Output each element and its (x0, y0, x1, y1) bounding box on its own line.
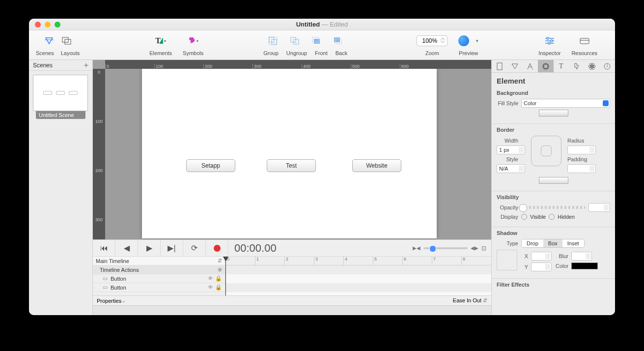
tb-ungroup-label: Ungroup (286, 50, 307, 56)
shadow-type-segment[interactable]: Drop Box Inset (521, 239, 585, 248)
symbols-icon[interactable]: ▾ (188, 35, 198, 46)
shadow-color-swatch[interactable] (571, 263, 598, 269)
timeline-dropdown-icon[interactable]: ⇵ (218, 258, 222, 264)
border-style-select[interactable]: N/A (497, 164, 525, 173)
canvas-viewport[interactable]: Setapp Test Website (105, 69, 491, 239)
stage-button-test[interactable]: Test (267, 159, 316, 172)
play-button[interactable]: ▶ (138, 240, 161, 257)
shadow-inset[interactable]: Inset (562, 239, 584, 247)
visibility-icon[interactable]: 👁 (208, 275, 213, 282)
center-stage-area: 0100200300400500600 0100200300 Setapp Te… (93, 60, 491, 315)
scene-item[interactable]: Untitled Scene (29, 71, 92, 123)
shadow-color-label: Color (556, 263, 568, 269)
shadow-y-input[interactable] (531, 263, 552, 271)
ungroup-icon[interactable] (289, 35, 300, 46)
timeline-tracks[interactable]: 012345678 (225, 257, 491, 295)
timeline-name: Main Timeline (96, 258, 129, 264)
timeline-ruler: 012345678 (225, 257, 491, 265)
record-button[interactable] (206, 240, 228, 257)
tb-scenes-layouts: Scenes Layouts (36, 33, 80, 56)
skip-back-button[interactable]: ⏮ (93, 240, 115, 257)
tb-arrange: Group Ungroup Front Back (263, 33, 347, 56)
zoom-in-icon[interactable]: ◀▶ (471, 245, 478, 251)
tab-document-icon[interactable] (492, 60, 507, 72)
timeline-name-row[interactable]: Main Timeline ⇵ (93, 257, 225, 265)
tab-metrics-icon[interactable] (523, 60, 538, 72)
svg-point-24 (591, 65, 593, 67)
border-width-label: Width (497, 138, 518, 144)
tab-actions-icon[interactable] (569, 60, 584, 72)
opacity-slider[interactable] (521, 206, 586, 209)
playhead[interactable] (225, 257, 226, 295)
background-color-swatch[interactable] (539, 110, 568, 117)
display-hidden-radio[interactable] (549, 214, 555, 220)
border-color-swatch[interactable] (539, 177, 568, 184)
border-width-input[interactable]: 1 px (497, 146, 525, 154)
zoom-select[interactable]: 100% (417, 35, 448, 46)
preview-button[interactable] (458, 35, 469, 46)
stage-button-website[interactable]: Website (352, 159, 401, 172)
svg-point-29 (607, 66, 608, 67)
svg-rect-19 (580, 38, 589, 44)
shadow-x-input[interactable] (531, 252, 552, 261)
easing-select[interactable]: Ease In Out ⇵ (453, 297, 487, 304)
stage[interactable]: Setapp Test Website (142, 69, 437, 238)
add-scene-button[interactable]: + (84, 62, 88, 68)
tb-layouts-label: Layouts (61, 50, 80, 56)
shadow-x-label: X (521, 253, 528, 259)
canvas: 0100200300400500600 0100200300 Setapp Te… (93, 60, 491, 239)
tab-physics-icon[interactable] (584, 60, 599, 72)
step-back-button[interactable]: ◀ (115, 240, 138, 257)
timeline-actions-row[interactable]: Timeline Actions ⊕ (93, 265, 225, 274)
background-label: Background (497, 90, 610, 96)
visibility-label: Visibility (497, 194, 610, 200)
inspector-title: Element (492, 73, 615, 87)
timeline-item-2[interactable]: ▭ Button 👁🔒 (93, 283, 225, 292)
loop-button[interactable]: ⟳ (183, 240, 206, 257)
stage-button-setapp[interactable]: Setapp (186, 159, 235, 172)
visibility-icon[interactable]: 👁 (208, 284, 213, 291)
shadow-blur-input[interactable] (571, 252, 592, 261)
resources-icon[interactable] (579, 35, 590, 46)
layouts-icon[interactable] (61, 35, 72, 46)
border-style-label: Style (497, 156, 518, 162)
button-element-icon: ▭ (103, 284, 108, 291)
back-icon[interactable] (333, 35, 343, 46)
border-padding-input[interactable] (567, 164, 596, 173)
front-icon[interactable] (311, 35, 322, 46)
shadow-blur-label: Blur (556, 253, 568, 259)
tab-scene-icon[interactable] (507, 60, 522, 72)
fill-style-select[interactable]: Color (521, 99, 610, 108)
group-icon[interactable] (268, 35, 279, 46)
elements-icon[interactable]: T ▾ (155, 35, 166, 46)
display-visible-radio[interactable] (521, 214, 527, 220)
scene-name: Untitled Scene (36, 111, 85, 119)
tab-identity-icon[interactable] (600, 60, 615, 72)
zoom-fit-icon[interactable]: ⊡ (481, 245, 486, 252)
tab-element-icon[interactable] (538, 60, 553, 72)
opacity-label: Opacity (497, 205, 518, 210)
svg-point-16 (551, 40, 553, 42)
timeline-zoom-slider[interactable] (423, 247, 468, 249)
opacity-input[interactable] (588, 203, 610, 212)
shadow-drop[interactable]: Drop (522, 239, 543, 247)
inspector-icon[interactable] (544, 35, 555, 46)
lock-icon[interactable]: 🔒 (215, 275, 222, 282)
border-diagram[interactable] (531, 136, 561, 166)
lock-icon[interactable]: 🔒 (215, 284, 222, 291)
zoom-out-icon[interactable]: ▶◀ (413, 245, 420, 251)
shadow-box[interactable]: Box (543, 239, 562, 247)
svg-rect-6 (269, 37, 277, 45)
timeline-footer: Properties ⌄ Ease In Out ⇵ (93, 295, 491, 305)
timeline-item-1[interactable]: ▭ Button 👁🔒 (93, 274, 225, 283)
timeline-controls: ⏮ ◀ ▶ ▶| ⟳ 00:00.00 ▶◀ ◀▶ ⊡ (93, 240, 491, 257)
border-radius-input[interactable] (567, 146, 596, 154)
scenes-icon[interactable] (44, 35, 55, 46)
step-forward-button[interactable]: ▶| (161, 240, 183, 257)
tb-inspector-label: Inspector (538, 50, 560, 56)
button-element-icon: ▭ (103, 275, 108, 282)
tab-typography-icon[interactable]: T (554, 60, 569, 72)
app-window: Untitled — Edited Scenes Layouts T ▾ (29, 19, 615, 315)
add-action-button[interactable]: ⊕ (218, 266, 222, 273)
properties-label[interactable]: Properties (97, 298, 121, 304)
